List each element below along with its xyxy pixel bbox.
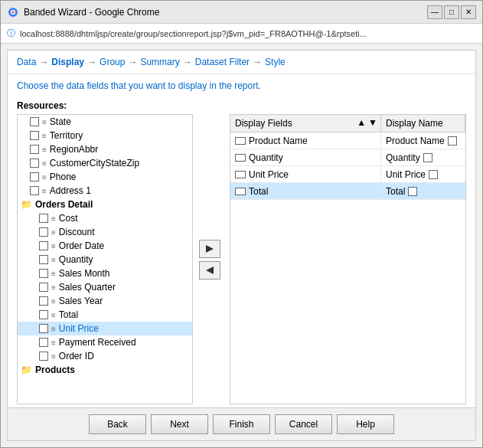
dialog-footer: Back Next Finish Cancel Help bbox=[8, 407, 475, 440]
list-item[interactable]: ≡ Order ID bbox=[18, 349, 192, 363]
close-button[interactable]: ✕ bbox=[461, 5, 476, 19]
main-window: Banded Wizard - Google Chrome — □ ✕ ⓘ lo… bbox=[0, 0, 483, 448]
item-label: Phone bbox=[50, 172, 77, 182]
lines-icon: ≡ bbox=[51, 338, 56, 347]
breadcrumb-style[interactable]: Style bbox=[265, 57, 286, 67]
item-checkbox[interactable] bbox=[30, 131, 39, 140]
lines-icon: ≡ bbox=[51, 242, 56, 250]
item-checkbox[interactable] bbox=[30, 159, 39, 168]
cancel-button[interactable]: Cancel bbox=[275, 414, 332, 434]
resources-list[interactable]: ≡ State ≡ Territory ≡ RegionAbbr bbox=[17, 114, 193, 404]
item-checkbox[interactable] bbox=[39, 324, 48, 333]
list-item[interactable]: ≡ Discount bbox=[18, 225, 192, 239]
display-row-checkbox[interactable] bbox=[408, 187, 417, 196]
lines-icon: ≡ bbox=[51, 228, 56, 237]
breadcrumb-group[interactable]: Group bbox=[100, 57, 125, 67]
remove-button[interactable] bbox=[199, 261, 220, 280]
list-item[interactable]: ≡ Cost bbox=[18, 211, 192, 225]
list-item[interactable]: ≡ State bbox=[18, 115, 192, 129]
description-text: Choose the data fields that you want to … bbox=[17, 80, 261, 91]
address-text: localhost:8888/dhtmljsp/create/group/sec… bbox=[20, 29, 367, 38]
display-fields-panel: ▲ ▼ Display Fields Display Name bbox=[230, 114, 466, 404]
finish-button[interactable]: Finish bbox=[213, 414, 270, 434]
folder-icon: 📁 bbox=[21, 365, 32, 375]
window-controls: — □ ✕ bbox=[427, 5, 476, 19]
display-row[interactable]: Total Total bbox=[230, 183, 465, 200]
item-checkbox[interactable] bbox=[39, 255, 48, 264]
display-row-checkbox[interactable] bbox=[423, 153, 432, 162]
item-checkbox[interactable] bbox=[39, 269, 48, 278]
folder-products[interactable]: 📁 Products bbox=[18, 363, 192, 377]
app-icon bbox=[7, 6, 19, 18]
breadcrumb-display[interactable]: Display bbox=[51, 57, 84, 67]
item-checkbox[interactable] bbox=[39, 214, 48, 223]
breadcrumb-summary[interactable]: Summary bbox=[140, 57, 179, 67]
lines-icon: ≡ bbox=[42, 173, 47, 181]
item-checkbox[interactable] bbox=[39, 310, 48, 319]
display-row[interactable]: Quantity Quantity bbox=[230, 149, 465, 166]
item-checkbox[interactable] bbox=[39, 338, 48, 347]
next-button[interactable]: Next bbox=[151, 414, 208, 434]
display-row[interactable]: Unit Price Unit Price bbox=[230, 166, 465, 183]
list-item[interactable]: ≡ Sales Month bbox=[18, 267, 192, 280]
breadcrumb: Data → Display → Group → Summary → Datas… bbox=[8, 51, 475, 74]
display-row-name: Product Name bbox=[230, 133, 381, 149]
row-icon bbox=[235, 137, 246, 145]
maximize-button[interactable]: □ bbox=[444, 5, 459, 19]
display-row[interactable]: Product Name Product Name bbox=[230, 132, 465, 149]
back-button[interactable]: Back bbox=[89, 414, 146, 434]
display-row-value: Unit Price bbox=[381, 167, 465, 182]
item-label: Sales Month bbox=[59, 268, 110, 279]
item-checkbox[interactable] bbox=[39, 227, 48, 237]
panels-container: ≡ State ≡ Territory ≡ RegionAbbr bbox=[17, 114, 466, 404]
item-checkbox[interactable] bbox=[39, 352, 48, 361]
list-item[interactable]: ≡ Payment Received bbox=[18, 335, 192, 349]
main-area: Resources: ≡ State ≡ Territory bbox=[8, 97, 475, 407]
item-label: CustomerCityStateZip bbox=[50, 158, 139, 168]
item-label: Quantity bbox=[59, 254, 93, 265]
add-button[interactable] bbox=[199, 240, 220, 258]
item-checkbox[interactable] bbox=[39, 283, 48, 292]
lines-icon: ≡ bbox=[42, 132, 47, 140]
breadcrumb-dataset[interactable]: Dataset Filter bbox=[195, 57, 250, 67]
display-fields-header: ▲ ▼ Display Fields Display Name bbox=[230, 115, 465, 132]
item-checkbox[interactable] bbox=[30, 186, 39, 195]
display-row-value: Total bbox=[381, 184, 465, 199]
display-row-checkbox[interactable] bbox=[429, 170, 438, 179]
list-item[interactable]: ≡ Territory bbox=[18, 129, 192, 142]
lines-icon: ≡ bbox=[42, 187, 47, 195]
list-item[interactable]: ≡ Sales Quarter bbox=[18, 280, 192, 294]
lines-icon: ≡ bbox=[51, 297, 56, 306]
display-row-checkbox[interactable] bbox=[448, 136, 457, 146]
lines-icon: ≡ bbox=[42, 159, 47, 168]
list-item[interactable]: ≡ CustomerCityStateZip bbox=[18, 156, 192, 170]
list-item[interactable]: ≡ Total bbox=[18, 308, 192, 322]
minimize-button[interactable]: — bbox=[427, 5, 442, 19]
item-checkbox[interactable] bbox=[30, 145, 39, 154]
item-checkbox[interactable] bbox=[39, 241, 48, 250]
list-item[interactable]: ≡ Phone bbox=[18, 170, 192, 184]
item-checkbox[interactable] bbox=[30, 117, 39, 126]
description: Choose the data fields that you want to … bbox=[8, 74, 475, 97]
row-icon bbox=[235, 171, 246, 178]
folder-orders-detail[interactable]: 📁 Orders Detail bbox=[18, 198, 192, 211]
list-item[interactable]: ≡ Unit Price bbox=[18, 322, 192, 335]
list-item[interactable]: ≡ Quantity bbox=[18, 253, 192, 267]
dialog-content: Data → Display → Group → Summary → Datas… bbox=[7, 50, 476, 441]
breadcrumb-data[interactable]: Data bbox=[17, 57, 36, 67]
display-fields-list[interactable]: Product Name Product Name Quantity bbox=[230, 132, 465, 404]
help-button[interactable]: Help bbox=[337, 414, 394, 434]
title-bar: Banded Wizard - Google Chrome — □ ✕ bbox=[1, 1, 482, 24]
sort-down-arrow[interactable]: ▼ bbox=[368, 117, 377, 128]
item-checkbox[interactable] bbox=[39, 296, 48, 306]
item-checkbox[interactable] bbox=[30, 172, 39, 181]
sort-up-arrow[interactable]: ▲ bbox=[357, 117, 366, 128]
list-item[interactable]: ≡ RegionAbbr bbox=[18, 142, 192, 156]
item-label: Sales Year bbox=[59, 296, 103, 306]
list-item[interactable]: ≡ Sales Year bbox=[18, 294, 192, 308]
list-item[interactable]: ≡ Address 1 bbox=[18, 184, 192, 198]
row-icon bbox=[235, 188, 246, 195]
lines-icon: ≡ bbox=[51, 352, 56, 361]
row-icon bbox=[235, 154, 246, 162]
list-item[interactable]: ≡ Order Date bbox=[18, 239, 192, 253]
